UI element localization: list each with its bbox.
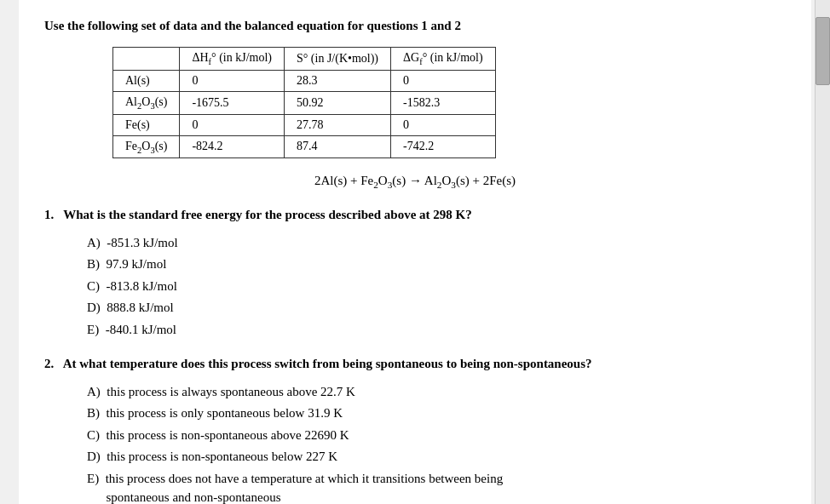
scrollbar-thumb[interactable] xyxy=(816,17,830,85)
q1-option-b: B) 97.9 kJ/mol xyxy=(87,255,786,274)
q2-option-d: D) this process is non-spontaneous below… xyxy=(87,447,786,467)
table-row: Fe(s) 0 27.78 0 xyxy=(113,114,496,135)
table-row: Al(s) 0 28.3 0 xyxy=(113,70,496,91)
header-label: Use the following set of data and the ba… xyxy=(44,19,461,32)
dgf-1: 0 xyxy=(391,70,496,91)
q1-option-c: C) -813.8 kJ/mol xyxy=(87,277,786,296)
q2-option-c: C) this process is non-spontaneous above… xyxy=(87,426,786,445)
dgf-4: -742.2 xyxy=(391,135,496,158)
q2-option-e: E) this process does not have a temperat… xyxy=(87,469,786,504)
q2-options: A) this process is always spontaneous ab… xyxy=(87,382,786,504)
q2-option-b: B) this process is only spontaneous belo… xyxy=(87,404,786,423)
s-4: 87.4 xyxy=(284,135,390,158)
table-row: Fe2O3(s) -824.2 87.4 -742.2 xyxy=(113,135,496,158)
s-1: 28.3 xyxy=(284,70,390,91)
col-header-dhf: ΔHf° (in kJ/mol) xyxy=(180,48,285,71)
equation-text: 2Al(s) + Fe2O3(s) → Al2O3(s) + 2Fe(s) xyxy=(314,174,516,187)
q1-option-a: A) -851.3 kJ/mol xyxy=(87,233,786,253)
page-container: Use the following set of data and the ba… xyxy=(19,0,811,504)
question-2-text: 2. At what temperature does this process… xyxy=(44,354,786,374)
data-table: ΔHf° (in kJ/mol) S° (in J/(K•mol)) ΔGf° … xyxy=(112,47,496,158)
dgf-2: -1582.3 xyxy=(391,91,496,114)
dhf-1: 0 xyxy=(180,70,285,91)
substance-4: Fe2O3(s) xyxy=(113,135,180,158)
col-header-dgf: ΔGf° (in kJ/mol) xyxy=(391,48,496,71)
q2-option-a: A) this process is always spontaneous ab… xyxy=(87,382,786,402)
q1-number: 1. What is the standard free energy for … xyxy=(44,208,472,221)
dgf-3: 0 xyxy=(391,114,496,135)
col-header-substance xyxy=(113,48,180,71)
header-text: Use the following set of data and the ba… xyxy=(44,17,786,35)
col-header-s: S° (in J/(K•mol)) xyxy=(284,48,390,71)
substance-1: Al(s) xyxy=(113,70,180,91)
scrollbar[interactable] xyxy=(815,0,830,504)
q1-options: A) -851.3 kJ/mol B) 97.9 kJ/mol C) -813.… xyxy=(87,233,786,340)
substance-2: Al2O3(s) xyxy=(113,91,180,114)
question-2: 2. At what temperature does this process… xyxy=(44,354,786,504)
table-row: Al2O3(s) -1675.5 50.92 -1582.3 xyxy=(113,91,496,114)
s-3: 27.78 xyxy=(284,114,390,135)
equation-section: 2Al(s) + Fe2O3(s) → Al2O3(s) + 2Fe(s) xyxy=(44,174,786,190)
substance-3: Fe(s) xyxy=(113,114,180,135)
dhf-2: -1675.5 xyxy=(180,91,285,114)
question-1-text: 1. What is the standard free energy for … xyxy=(44,205,786,225)
q1-option-d: D) 888.8 kJ/mol xyxy=(87,298,786,318)
s-2: 50.92 xyxy=(284,91,390,114)
q1-option-e: E) -840.1 kJ/mol xyxy=(87,320,786,340)
question-1: 1. What is the standard free energy for … xyxy=(44,205,786,339)
dhf-3: 0 xyxy=(180,114,285,135)
dhf-4: -824.2 xyxy=(180,135,285,158)
